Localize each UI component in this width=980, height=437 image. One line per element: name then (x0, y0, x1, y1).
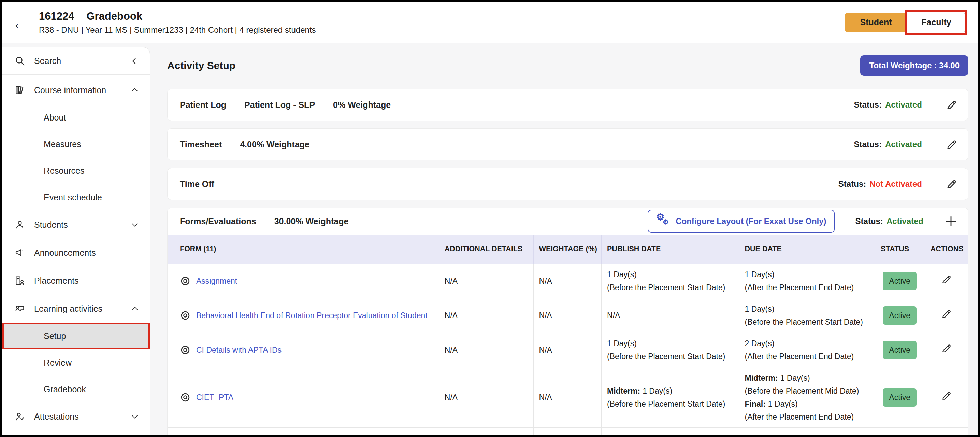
status-badge: Active (883, 306, 916, 325)
sidebar-item-label: About (44, 113, 66, 123)
sidebar-item-announcements[interactable]: Announcements (2, 239, 150, 266)
details-cell: N/A (445, 309, 528, 322)
divider (235, 99, 235, 111)
due-date-midterm-note: (Before the Placement Mid Date) (745, 384, 870, 397)
weightage-cell: N/A (539, 343, 596, 356)
sidebar-item-label: Gradebook (44, 384, 86, 394)
table-row: Assignment N/A N/A 1 Day(s) (Before the … (167, 264, 968, 298)
person-check-icon (14, 411, 25, 422)
sidebar-item-attestations[interactable]: Attestations (2, 402, 150, 431)
table-header-row: FORM (11) ADDITIONAL DETAILS WEIGHTAGE (… (167, 234, 968, 264)
total-weightage-badge: Total Weightage : 34.00 (860, 55, 969, 76)
eye-preview-icon[interactable] (180, 310, 191, 321)
weightage-cell: N/A (539, 274, 596, 287)
sidebar-item-label: Course information (34, 85, 106, 95)
due-date-line: 1 Day(s) (745, 303, 870, 316)
eye-preview-icon[interactable] (180, 344, 191, 356)
publish-date-line: 1 Day(s) (607, 337, 733, 350)
sidebar-item-course-information[interactable]: Course information (2, 76, 150, 104)
sidebar-item-learning-activities[interactable]: Learning activities (2, 295, 150, 323)
student-toggle-button[interactable]: Student (845, 13, 907, 32)
chevron-down-icon (130, 412, 140, 421)
edit-pencil-icon[interactable] (941, 343, 952, 354)
details-cell: N/A (445, 391, 528, 404)
form-link[interactable]: Assignment (196, 274, 237, 287)
form-link[interactable]: CIET -PTA (196, 391, 234, 404)
faculty-toggle-button[interactable]: Faculty (907, 13, 966, 32)
activity-name: Patient Log (180, 100, 226, 110)
column-header-due: DUE DATE (739, 234, 875, 264)
edit-pencil-icon[interactable] (941, 273, 952, 285)
table-row: Emergency Medicine Preceptor Evaluation … (167, 428, 968, 437)
divider (845, 211, 845, 231)
publish-date-line: 1 Day(s) (607, 268, 733, 281)
sidebar-item-measures[interactable]: Measures (2, 131, 150, 157)
activity-subname: Patient Log - SLP (244, 100, 315, 110)
status-value: Not Activated (869, 179, 922, 189)
sidebar-search[interactable]: Search (2, 48, 150, 75)
edit-pencil-icon[interactable] (945, 178, 958, 190)
activity-name: Forms/Evaluations (180, 217, 256, 226)
activity-weightage: 0% Weightage (333, 100, 391, 110)
sidebar-collapse-icon[interactable] (129, 56, 140, 66)
status-value: Activated (885, 100, 922, 110)
edit-pencil-icon[interactable] (941, 308, 952, 319)
sidebar-item-students[interactable]: Students (2, 211, 150, 239)
chevron-down-icon (130, 220, 140, 230)
eye-preview-icon[interactable] (180, 276, 191, 286)
sidebar-item-setup[interactable]: Setup (2, 323, 150, 349)
form-link[interactable]: Behavioral Health End of Rotation Precep… (196, 309, 428, 322)
sidebar-item-event-schedule[interactable]: Event schedule (2, 184, 150, 211)
forms-table: FORM (11) ADDITIONAL DETAILS WEIGHTAGE (… (167, 234, 968, 437)
divider (934, 211, 934, 231)
sidebar-item-review[interactable]: Review (2, 349, 150, 376)
divider (265, 215, 266, 227)
chevron-up-icon (130, 85, 140, 95)
configure-layout-label: Configure Layout (For Exxat Use Only) (676, 217, 826, 226)
status-label: Status: (854, 140, 882, 149)
due-date-line: 2 Day(s) (745, 337, 870, 350)
divider (934, 95, 934, 115)
edit-pencil-icon[interactable] (945, 138, 958, 151)
sidebar: Search Course information About Measures (2, 47, 150, 437)
weightage-cell: N/A (539, 309, 596, 322)
back-arrow-icon[interactable]: ← (12, 16, 27, 31)
status-badge: Active (883, 341, 916, 359)
placement-document-icon (14, 275, 25, 286)
sidebar-item-label: Resources (44, 166, 84, 176)
sidebar-item-label: Learning activities (34, 304, 102, 314)
sidebar-item-label: Measures (44, 139, 81, 149)
sidebar-item-about[interactable]: About (2, 104, 150, 131)
sidebar-item-label: Review (44, 358, 72, 368)
table-row: CI Details with APTA IDs N/A N/A 1 Day(s… (167, 333, 968, 367)
activity-card-forms-evaluations: Forms/Evaluations 30.00% Weightage ⚙⚙ Co… (167, 207, 969, 437)
gears-icon: ⚙⚙ (656, 214, 671, 228)
column-header-status: STATUS (875, 234, 925, 264)
publish-date-line: N/A (607, 309, 733, 322)
publish-date-note: (Before the Placement Start Date) (607, 350, 733, 363)
eye-preview-icon[interactable] (180, 392, 191, 403)
course-code: 161224 (39, 10, 74, 22)
due-date-midterm-line: Midterm:1 Day(s) (745, 372, 870, 384)
status-badge: Active (883, 272, 916, 290)
publish-date-note: (Before the Placement Start Date) (607, 397, 733, 410)
column-header-publish: PUBLISH DATE (601, 234, 740, 264)
page-title: Gradebook (86, 10, 142, 22)
edit-pencil-icon[interactable] (941, 390, 952, 402)
faculty-toggle-label: Faculty (921, 18, 951, 27)
edit-pencil-icon[interactable] (945, 99, 958, 111)
learning-activities-icon (14, 303, 25, 314)
sidebar-item-label: Announcements (34, 248, 96, 258)
megaphone-icon (14, 247, 25, 258)
add-form-plus-icon[interactable] (944, 214, 958, 228)
sidebar-item-label: Setup (44, 331, 66, 341)
activity-card-time-off: Time Off Status: Not Activated (167, 168, 969, 200)
configure-layout-button[interactable]: ⚙⚙ Configure Layout (For Exxat Use Only) (648, 210, 834, 233)
form-link[interactable]: CI Details with APTA IDs (196, 343, 282, 356)
sidebar-item-gradebook[interactable]: Gradebook (2, 376, 150, 402)
column-header-details: ADDITIONAL DETAILS (439, 234, 533, 264)
sidebar-item-label: Placements (34, 276, 79, 286)
sidebar-item-placements[interactable]: Placements (2, 266, 150, 295)
sidebar-item-resources[interactable]: Resources (2, 157, 150, 184)
activity-card-timesheet: Timesheet 4.00% Weightage Status: Activa… (167, 128, 969, 161)
